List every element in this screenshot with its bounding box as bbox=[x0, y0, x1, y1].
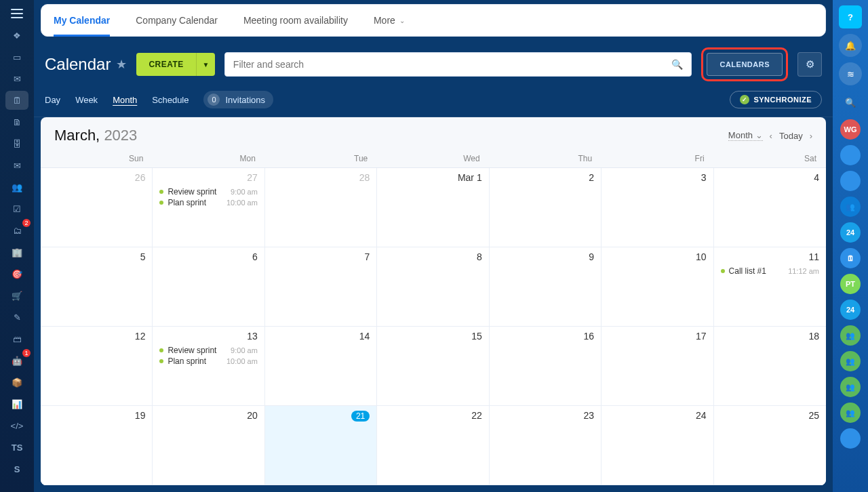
day-cell[interactable]: 28 bbox=[265, 168, 377, 247]
badge: 2 bbox=[22, 219, 31, 227]
avatar-user[interactable] bbox=[840, 428, 861, 449]
tasks-icon[interactable]: ☑ bbox=[5, 199, 28, 218]
day-cell[interactable]: 24 bbox=[601, 406, 713, 485]
day-cell[interactable]: 5 bbox=[41, 247, 153, 327]
avatar-1[interactable] bbox=[840, 145, 861, 165]
activity-button[interactable]: ≋ bbox=[839, 62, 862, 85]
help-button[interactable]: ? bbox=[839, 5, 862, 28]
avatar-pt[interactable]: PT bbox=[840, 274, 861, 294]
day-cell[interactable]: 25 bbox=[714, 406, 826, 485]
today-button[interactable]: Today bbox=[779, 131, 803, 141]
scale-selector[interactable]: Month ⌄ bbox=[728, 130, 763, 141]
settings-button[interactable]: ⚙ bbox=[797, 52, 822, 77]
view-day[interactable]: Day bbox=[45, 95, 60, 105]
create-dropdown[interactable]: ▼ bbox=[196, 53, 215, 76]
event-item[interactable]: Review sprint9:00 am bbox=[159, 346, 257, 355]
avatar-24b[interactable]: 24 bbox=[840, 300, 861, 320]
card-icon[interactable]: 🗃 bbox=[5, 329, 28, 348]
invitations-pill[interactable]: 0 Invitations bbox=[203, 91, 273, 108]
create-button[interactable]: CREATE bbox=[136, 53, 195, 76]
avatar-wg[interactable]: WG bbox=[840, 119, 861, 140]
synchronize-button[interactable]: ✓ SYNCHRONIZE bbox=[730, 91, 822, 108]
filter-icon[interactable]: 🗂2 bbox=[5, 221, 28, 240]
favorite-icon[interactable]: ★ bbox=[116, 57, 127, 72]
event-item[interactable]: Review sprint9:00 am bbox=[159, 187, 257, 197]
tab-company-calendar[interactable]: Company Calendar bbox=[136, 4, 218, 37]
target-icon[interactable]: 🎯 bbox=[5, 264, 28, 283]
event-item[interactable]: Plan sprint10:00 am bbox=[159, 356, 257, 366]
menu-icon[interactable] bbox=[5, 4, 28, 23]
day-cell[interactable]: 18 bbox=[714, 327, 826, 406]
day-cell[interactable]: 22 bbox=[377, 406, 489, 485]
company-icon[interactable]: 🏢 bbox=[5, 243, 28, 262]
day-cell[interactable]: 11Call list #111:12 am bbox=[714, 247, 826, 327]
tab-my-calendar[interactable]: My Calendar bbox=[54, 4, 110, 37]
avatar-24a[interactable]: 24 bbox=[840, 222, 861, 243]
market-icon[interactable]: 📊 bbox=[5, 394, 28, 413]
day-cell[interactable]: 4 bbox=[714, 168, 826, 247]
day-number: 19 bbox=[47, 410, 145, 421]
next-arrow[interactable]: › bbox=[810, 131, 812, 141]
day-cell[interactable]: 10 bbox=[601, 247, 713, 327]
tab-more[interactable]: More⌄ bbox=[374, 4, 405, 37]
day-cell[interactable]: 3 bbox=[601, 168, 713, 247]
search-field[interactable]: 🔍 bbox=[224, 52, 692, 77]
day-cell[interactable]: 19 bbox=[41, 406, 153, 485]
cart-icon[interactable]: 🛒 bbox=[5, 286, 28, 305]
day-cell[interactable]: 2 bbox=[490, 168, 601, 247]
avatar-grp3[interactable]: 👥 bbox=[840, 351, 861, 371]
avatar-grp2[interactable]: 👥 bbox=[840, 325, 861, 346]
mail-icon[interactable]: ✉ bbox=[5, 156, 28, 175]
avatar-grp4[interactable]: 👥 bbox=[840, 377, 861, 397]
day-cell[interactable]: 8 bbox=[377, 247, 489, 327]
robot-icon[interactable]: 🤖1 bbox=[5, 351, 28, 370]
file-icon[interactable]: ▭ bbox=[5, 47, 28, 66]
day-cell[interactable]: 6 bbox=[153, 247, 264, 327]
day-cell[interactable]: 16 bbox=[490, 327, 601, 406]
day-cell[interactable]: 14 bbox=[265, 327, 377, 406]
search-input[interactable] bbox=[233, 59, 672, 70]
day-cell[interactable]: 26 bbox=[41, 168, 153, 247]
day-cell[interactable]: Mar 1 bbox=[377, 168, 489, 247]
view-month[interactable]: Month bbox=[113, 95, 137, 105]
calendars-button[interactable]: CALENDARS bbox=[707, 53, 783, 76]
calendar-icon[interactable]: 🗓 bbox=[5, 91, 28, 110]
day-number: 2 bbox=[496, 172, 594, 183]
day-cell[interactable]: 17 bbox=[601, 327, 713, 406]
code-icon[interactable]: </> bbox=[5, 416, 28, 435]
chat-icon[interactable]: ✉ bbox=[5, 69, 28, 88]
day-cell[interactable]: 20 bbox=[153, 406, 264, 485]
view-week[interactable]: Week bbox=[75, 95, 98, 105]
invitations-count: 0 bbox=[208, 94, 220, 106]
search-button[interactable]: 🔍 bbox=[839, 91, 862, 114]
rail-text-ts[interactable]: TS bbox=[5, 438, 28, 457]
avatar-group[interactable]: 👥 bbox=[840, 197, 861, 217]
day-cell[interactable]: 13Review sprint9:00 amPlan sprint10:00 a… bbox=[153, 327, 264, 406]
day-cell[interactable]: 7 bbox=[265, 247, 377, 327]
feed-icon[interactable]: ❖ bbox=[5, 26, 28, 45]
event-item[interactable]: Call list #111:12 am bbox=[721, 266, 819, 276]
drive-icon[interactable]: 🗄 bbox=[5, 134, 28, 153]
notifications-button[interactable]: 🔔 bbox=[839, 34, 862, 57]
avatar-grp5[interactable]: 👥 bbox=[840, 403, 861, 423]
day-cell[interactable]: 15 bbox=[377, 327, 489, 406]
day-cell[interactable]: 21 bbox=[265, 406, 377, 485]
day-cell[interactable]: 23 bbox=[490, 406, 601, 485]
event-time: 10:00 am bbox=[226, 357, 258, 365]
view-schedule[interactable]: Schedule bbox=[152, 95, 189, 105]
chevron-down-icon: ⌄ bbox=[399, 17, 405, 24]
workgroups-icon[interactable]: 👥 bbox=[5, 178, 28, 197]
docs-icon[interactable]: 🗎 bbox=[5, 112, 28, 131]
day-cell[interactable]: 12 bbox=[41, 327, 153, 406]
day-cell[interactable]: 9 bbox=[490, 247, 601, 327]
sign-icon[interactable]: ✎ bbox=[5, 308, 28, 327]
calendar-panel: March, 2023 Month ⌄ ‹ Today › SunMonTueW… bbox=[41, 117, 826, 485]
rail-text-s[interactable]: S bbox=[5, 459, 28, 478]
tab-meeting-room-availability[interactable]: Meeting room availability bbox=[243, 4, 348, 37]
day-cell[interactable]: 27Review sprint9:00 amPlan sprint10:00 a… bbox=[153, 168, 264, 247]
avatar-2[interactable] bbox=[840, 171, 861, 191]
prev-arrow[interactable]: ‹ bbox=[770, 131, 772, 141]
event-item[interactable]: Plan sprint10:00 am bbox=[159, 198, 257, 207]
box-icon[interactable]: 📦 bbox=[5, 373, 28, 392]
avatar-cal[interactable]: 🗓 bbox=[840, 248, 861, 268]
